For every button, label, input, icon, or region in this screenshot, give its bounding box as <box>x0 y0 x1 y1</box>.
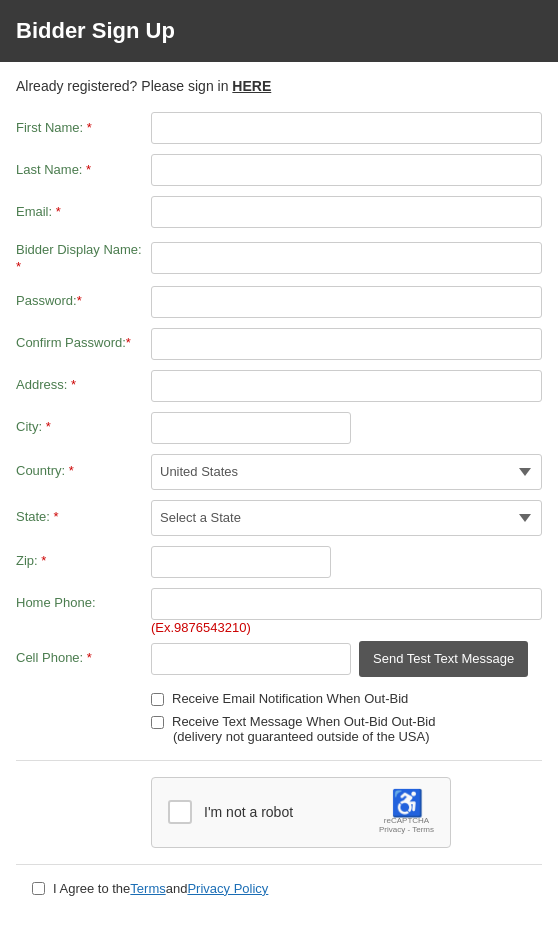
display-name-label: Bidder Display Name: * <box>16 242 151 276</box>
display-name-input[interactable] <box>151 242 542 274</box>
email-row: Email: * <box>16 196 542 228</box>
recaptcha-area: I'm not a robot ♿ reCAPTCHA Privacy - Te… <box>151 777 542 848</box>
recaptcha-logo: ♿ reCAPTCHA Privacy - Terms <box>379 790 434 835</box>
password-input[interactable] <box>151 286 542 318</box>
state-select[interactable]: Select a State Alabama Alaska Arizona Ca… <box>151 500 542 536</box>
country-select[interactable]: United States <box>151 454 542 490</box>
text-notification-label: Receive Text Message When Out-Bid Out-Bi… <box>172 714 436 729</box>
city-label: City: * <box>16 419 151 436</box>
city-input[interactable] <box>151 412 351 444</box>
password-row: Password:* <box>16 286 542 318</box>
already-registered-text: Already registered? Please sign in HERE <box>16 78 542 94</box>
email-notification-checkbox[interactable] <box>151 693 164 706</box>
email-label: Email: * <box>16 204 151 221</box>
cell-phone-row: Cell Phone: * Send Test Text Message <box>16 641 542 677</box>
first-name-label: First Name: * <box>16 120 151 137</box>
recaptcha-label: I'm not a robot <box>204 804 293 820</box>
country-row: Country: * United States <box>16 454 542 490</box>
state-label: State: * <box>16 509 151 526</box>
confirm-password-input[interactable] <box>151 328 542 360</box>
cell-phone-input[interactable] <box>151 643 351 675</box>
send-test-text-button[interactable]: Send Test Text Message <box>359 641 528 677</box>
zip-row: Zip: * <box>16 546 542 578</box>
zip-input[interactable] <box>151 546 331 578</box>
confirm-password-row: Confirm Password:* <box>16 328 542 360</box>
text-notification-sublabel: (delivery not guaranteed outside of the … <box>173 729 430 744</box>
home-phone-row: Home Phone: <box>16 588 542 620</box>
email-notification-row: Receive Email Notification When Out-Bid <box>151 691 542 706</box>
first-name-input[interactable] <box>151 112 542 144</box>
confirm-password-label: Confirm Password:* <box>16 335 151 352</box>
last-name-label: Last Name: * <box>16 162 151 179</box>
phone-hint: (Ex.9876543210) <box>151 620 542 635</box>
country-label: Country: * <box>16 463 151 480</box>
cell-phone-label: Cell Phone: * <box>16 650 151 667</box>
email-input[interactable] <box>151 196 542 228</box>
state-row: State: * Select a State Alabama Alaska A… <box>16 500 542 536</box>
password-label: Password:* <box>16 293 151 310</box>
agree-terms-checkbox[interactable] <box>32 882 45 895</box>
home-phone-label: Home Phone: <box>16 595 151 612</box>
home-phone-input[interactable] <box>151 588 542 620</box>
agree-prefix: I Agree to the <box>53 881 130 896</box>
sign-in-link[interactable]: HERE <box>232 78 271 94</box>
last-name-input[interactable] <box>151 154 542 186</box>
address-row: Address: * <box>16 370 542 402</box>
first-name-row: First Name: * <box>16 112 542 144</box>
address-label: Address: * <box>16 377 151 394</box>
page-header: Bidder Sign Up <box>0 0 558 62</box>
recaptcha-checkbox[interactable] <box>168 800 192 824</box>
divider-2 <box>16 864 542 865</box>
terms-link[interactable]: Terms <box>130 881 165 896</box>
display-name-row: Bidder Display Name: * <box>16 238 542 276</box>
text-notification-row: Receive Text Message When Out-Bid Out-Bi… <box>151 714 542 744</box>
and-text: and <box>166 881 188 896</box>
last-name-row: Last Name: * <box>16 154 542 186</box>
city-row: City: * <box>16 412 542 444</box>
divider <box>16 760 542 761</box>
zip-label: Zip: * <box>16 553 151 570</box>
text-notification-checkbox[interactable] <box>151 716 164 729</box>
email-notification-label: Receive Email Notification When Out-Bid <box>172 691 408 706</box>
privacy-policy-link[interactable]: Privacy Policy <box>187 881 268 896</box>
address-input[interactable] <box>151 370 542 402</box>
terms-row: I Agree to the Terms and Privacy Policy <box>32 881 542 896</box>
recaptcha-box[interactable]: I'm not a robot ♿ reCAPTCHA Privacy - Te… <box>151 777 451 848</box>
page-title: Bidder Sign Up <box>16 18 175 43</box>
